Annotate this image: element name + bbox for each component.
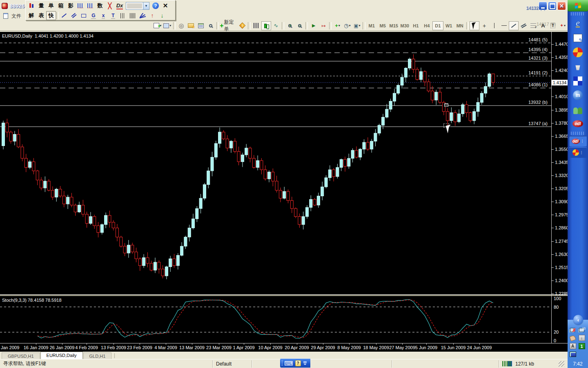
ime-help-icon[interactable]: ? (295, 360, 301, 366)
network-disconnected-icon[interactable]: ✗ (569, 326, 577, 333)
new-order-button[interactable]: +新定单 (220, 21, 237, 30)
market-watch-button[interactable]: ◎ (176, 21, 186, 30)
ime-language-icon[interactable]: A (569, 343, 577, 350)
status-profile[interactable]: Default (213, 360, 252, 368)
task-button-odl[interactable]: odl⋮ (569, 136, 587, 146)
selection-handle[interactable] (444, 103, 448, 107)
resize-grip[interactable] (559, 361, 564, 367)
show-desktop-shortcut[interactable] (572, 32, 584, 43)
grid-lines-button[interactable] (118, 11, 128, 20)
toolbar-combobox[interactable]: ▼ (126, 2, 149, 10)
timeframe-M30[interactable]: M30 (399, 21, 410, 30)
timeframe-M15[interactable]: M15 (388, 21, 399, 30)
ying-button[interactable]: 影 (66, 1, 76, 10)
download-tray-icon[interactable]: ↓ (578, 334, 586, 341)
jie-button[interactable]: 解 (27, 11, 36, 20)
x-tool-button[interactable]: x (98, 11, 108, 20)
line-chart-button[interactable]: ∿ (271, 21, 281, 30)
odl-shortcut[interactable]: odl (572, 118, 584, 129)
trendline-button[interactable] (509, 21, 519, 30)
xiang-button[interactable]: 箱 (56, 1, 66, 10)
channel-button[interactable] (519, 21, 528, 30)
arrows-button[interactable]: ✦▾ (558, 21, 568, 30)
drag-handle[interactable] (281, 360, 283, 366)
cursor-button[interactable] (470, 21, 479, 30)
maximize-button[interactable] (548, 2, 557, 10)
gann-button[interactable]: G (89, 11, 98, 20)
close-button[interactable] (557, 2, 566, 10)
task-button-firebird[interactable]: ⋮ (569, 147, 587, 158)
notify-one-icon[interactable]: 1 (578, 343, 586, 350)
shu-button[interactable]: 数 (95, 1, 105, 10)
paint-shortcut[interactable] (572, 61, 584, 72)
horizontal-line-button[interactable] (499, 21, 509, 30)
diagonal-line-button[interactable] (59, 11, 69, 20)
zoom-out-button[interactable]: − (295, 21, 305, 30)
grid-lines2-button[interactable] (128, 11, 138, 20)
histogram2-button[interactable] (85, 1, 95, 10)
profiles-button[interactable]: ▾ (163, 21, 172, 30)
checker-shortcut[interactable] (572, 75, 584, 86)
arrow-down-button[interactable]: ↓ (157, 11, 167, 20)
maxthon-shortcut[interactable]: m (572, 90, 584, 101)
dan-button[interactable]: 单 (46, 1, 56, 10)
liang-button[interactable]: 量 (36, 1, 46, 10)
chart-tab-EURUSD-Daily[interactable]: EURUSD,Daily (40, 352, 83, 359)
minimize-button[interactable] (539, 2, 547, 10)
text-button[interactable]: A (538, 21, 548, 30)
arrow-up-button[interactable]: ↑ (147, 11, 157, 20)
network-activity-icon[interactable]: ))) (578, 326, 586, 333)
vertical-line-button[interactable] (489, 21, 499, 30)
rectangle-button[interactable] (79, 11, 89, 20)
candlestick-plot[interactable] (0, 32, 551, 294)
timeframe-D1[interactable]: D1 (432, 21, 443, 30)
keyboard-icon[interactable]: ⌨ (284, 360, 293, 366)
strategy-tester-button[interactable] (206, 21, 216, 30)
indicators-button[interactable]: +▾ (332, 21, 342, 30)
metaeditor-button[interactable] (237, 21, 247, 30)
start-button[interactable] (568, 0, 588, 11)
timeframe-MN[interactable]: MN (454, 21, 466, 30)
stochastic-plot[interactable] (0, 296, 551, 343)
timeframe-W1[interactable]: W1 (443, 21, 454, 30)
timeframe-M5[interactable]: M5 (377, 21, 388, 30)
help-button[interactable]: ? (151, 1, 160, 10)
messenger-shortcut[interactable] (572, 104, 584, 115)
autoscroll-button[interactable]: ▶ (309, 21, 318, 30)
fan-lines-button[interactable] (138, 11, 147, 20)
hide-icons-chevron[interactable]: ‹ (573, 315, 583, 325)
crosshair-button[interactable]: + (479, 21, 489, 30)
timeframe-M1[interactable]: M1 (366, 21, 377, 30)
timeframe-H4[interactable]: H4 (421, 21, 432, 30)
chart-tab-GBPUSD-H1[interactable]: GBPUSD,H1 (2, 352, 40, 359)
bar-chart-button[interactable] (252, 21, 261, 30)
templates-button[interactable]: ▣▾ (352, 21, 362, 30)
menu-file[interactable]: 文件 (10, 12, 23, 20)
periods-button[interactable]: ◷▾ (342, 21, 352, 30)
ime-options-icon[interactable] (303, 361, 307, 365)
zoom-in-button[interactable]: + (285, 21, 295, 30)
input-hand-icon[interactable] (569, 334, 577, 341)
terminal-button[interactable] (196, 21, 206, 30)
fibonacci-button[interactable] (528, 21, 538, 30)
timeframe-H1[interactable]: H1 (410, 21, 421, 30)
candles-tool-button[interactable] (27, 1, 36, 10)
ie-shortcut[interactable]: e (572, 18, 584, 29)
dx-button[interactable]: Dx (115, 1, 125, 10)
kuai-button[interactable]: 快 (46, 11, 56, 20)
chart-tab-GLD-H1[interactable]: GLD,H1 (83, 352, 112, 359)
firebird-shortcut[interactable] (572, 47, 584, 58)
cross-lines-button[interactable]: ╳ (105, 1, 115, 10)
histogram-button[interactable] (76, 1, 85, 10)
chart-shift-button[interactable]: ↦ (318, 21, 328, 30)
text-label-button[interactable]: T (548, 21, 558, 30)
new-chart-button[interactable]: +▾ (153, 21, 163, 30)
candlestick-chart-button[interactable] (261, 21, 271, 30)
toolbar-close-button[interactable]: ✕ (160, 1, 170, 10)
book-tray-icon[interactable] (569, 351, 577, 358)
parallel-lines-button[interactable] (69, 11, 79, 20)
chart-area[interactable]: EURUSD,Daily 1.4041 1.4200 1.4000 1.4134… (0, 32, 568, 352)
navigator-button[interactable] (186, 21, 196, 30)
chevron-down-icon[interactable]: ▼ (143, 2, 149, 9)
biao-button[interactable]: 表 (36, 11, 46, 20)
